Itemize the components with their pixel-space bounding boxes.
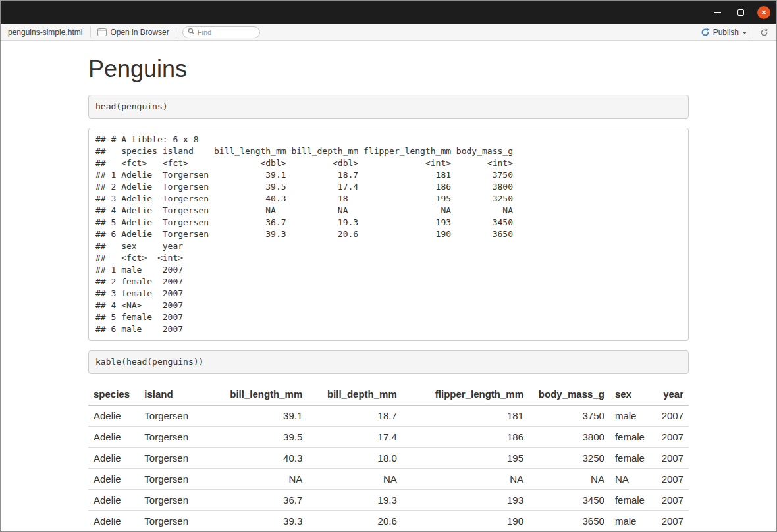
table-cell: female (610, 427, 650, 448)
table-cell: 40.3 (224, 448, 308, 469)
table-cell: 19.3 (308, 490, 402, 511)
table-cell: 195 (402, 448, 529, 469)
console-output: ## # A tibble: 6 x 8 ## species island b… (88, 128, 689, 341)
find-box (182, 26, 260, 38)
table-cell: 193 (402, 490, 529, 511)
app-window: × penguins-simple.html Open in Browser (0, 0, 777, 532)
column-header-species: species (88, 383, 139, 406)
table-row: AdelieTorgersen39.118.71813750male2007 (88, 406, 689, 427)
column-header-bill_length_mm: bill_length_mm (224, 383, 308, 406)
refresh-button[interactable] (756, 27, 772, 38)
table-row: AdelieTorgersen40.318.01953250female2007 (88, 448, 689, 469)
publish-button[interactable]: Publish (697, 26, 743, 38)
table-cell: female (610, 490, 650, 511)
column-header-sex: sex (610, 383, 650, 406)
table-cell: NA (224, 469, 308, 490)
table-cell: NA (610, 469, 650, 490)
table-cell: Torgersen (139, 427, 223, 448)
maximize-button[interactable] (732, 4, 749, 21)
open-in-browser-button[interactable]: Open in Browser (94, 26, 173, 38)
table-cell: 3450 (529, 490, 610, 511)
table-cell: male (610, 406, 650, 427)
table-cell: 181 (402, 406, 529, 427)
file-tab-label: penguins-simple.html (5, 28, 88, 37)
toolbar-separator (753, 27, 753, 38)
table-cell: 2007 (650, 469, 689, 490)
table-row: AdelieTorgersen36.719.31933450female2007 (88, 490, 689, 511)
table-head: speciesislandbill_length_mmbill_depth_mm… (88, 383, 689, 406)
table-cell: Torgersen (139, 448, 223, 469)
table-cell: 39.1 (224, 406, 308, 427)
table-cell: 186 (402, 427, 529, 448)
table-cell: NA (529, 469, 610, 490)
table-cell: 2007 (650, 448, 689, 469)
table-cell: 2007 (650, 406, 689, 427)
column-header-island: island (139, 383, 223, 406)
column-header-bill_depth_mm: bill_depth_mm (308, 383, 402, 406)
rendered-document: Penguins head(penguins) ## # A tibble: 6… (88, 41, 689, 531)
minimize-icon (714, 12, 721, 13)
table-cell: 2007 (650, 427, 689, 448)
table-cell: 2007 (650, 511, 689, 532)
table-cell: Adelie (88, 511, 139, 532)
table-cell: Adelie (88, 490, 139, 511)
table-row: AdelieTorgersen39.320.61903650male2007 (88, 511, 689, 532)
table-cell: Adelie (88, 427, 139, 448)
column-header-flipper_length_mm: flipper_length_mm (402, 383, 529, 406)
table-cell: 39.3 (224, 511, 308, 532)
column-header-year: year (650, 383, 689, 406)
find-input[interactable] (198, 28, 255, 36)
table-cell: 3800 (529, 427, 610, 448)
page-title: Penguins (88, 55, 689, 83)
open-in-browser-label: Open in Browser (110, 28, 169, 37)
window-controls: × (709, 4, 772, 21)
table-cell: Adelie (88, 406, 139, 427)
toolbar-right-group: Publish (697, 24, 772, 40)
table-cell: 18.0 (308, 448, 402, 469)
table-header-row: speciesislandbill_length_mmbill_depth_mm… (88, 383, 689, 406)
column-header-body_mass_g: body_mass_g (529, 383, 610, 406)
close-button[interactable]: × (755, 4, 772, 21)
minimize-button[interactable] (709, 4, 726, 21)
table-cell: 18.7 (308, 406, 402, 427)
browser-window-icon (97, 28, 107, 36)
toolbar-separator (176, 27, 176, 38)
table-cell: male (610, 511, 650, 532)
table-cell: female (610, 448, 650, 469)
viewer-content[interactable]: Penguins head(penguins) ## # A tibble: 6… (1, 41, 776, 531)
table-cell: Torgersen (139, 490, 223, 511)
table-cell: Torgersen (139, 511, 223, 532)
toolbar-separator (90, 27, 91, 38)
window-titlebar: × (1, 1, 776, 24)
table-cell: Torgersen (139, 406, 223, 427)
table-cell: 3250 (529, 448, 610, 469)
table-cell: 17.4 (308, 427, 402, 448)
table-cell: NA (308, 469, 402, 490)
table-row: AdelieTorgersen39.517.41863800female2007 (88, 427, 689, 448)
table-cell: 3750 (529, 406, 610, 427)
viewer-toolbar: penguins-simple.html Open in Browser (1, 24, 776, 41)
code-chunk-head: head(penguins) (88, 95, 689, 119)
table-cell: 39.5 (224, 427, 308, 448)
table-cell: Adelie (88, 469, 139, 490)
table-cell: 190 (402, 511, 529, 532)
table-cell: 36.7 (224, 490, 308, 511)
table-cell: Adelie (88, 448, 139, 469)
table-body: AdelieTorgersen39.118.71813750male2007Ad… (88, 406, 689, 532)
publish-icon (701, 28, 710, 37)
table-cell: Torgersen (139, 469, 223, 490)
publish-dropdown-caret[interactable] (743, 32, 747, 34)
maximize-icon (737, 9, 744, 16)
code-chunk-kable: kable(head(penguins)) (88, 350, 689, 374)
search-icon (188, 28, 195, 37)
table-cell: NA (402, 469, 529, 490)
table-row: AdelieTorgersenNANANANANA2007 (88, 469, 689, 490)
refresh-icon (760, 28, 768, 37)
penguins-table: speciesislandbill_length_mmbill_depth_mm… (88, 383, 689, 531)
table-cell: 20.6 (308, 511, 402, 532)
toolbar-left-group: penguins-simple.html Open in Browser (5, 24, 260, 40)
table-cell: 2007 (650, 490, 689, 511)
table-cell: 3650 (529, 511, 610, 532)
publish-label: Publish (713, 28, 739, 37)
close-icon: × (757, 6, 770, 19)
